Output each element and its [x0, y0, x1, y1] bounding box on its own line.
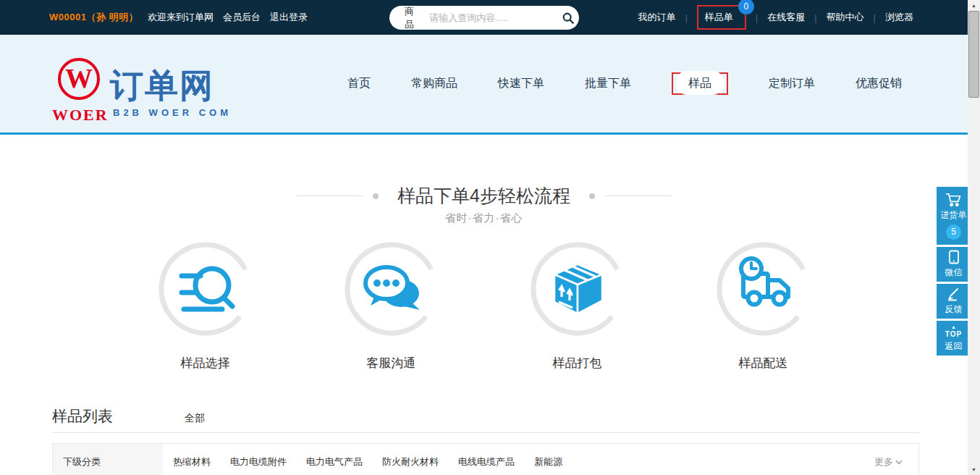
- site-name[interactable]: 订单网: [110, 64, 214, 109]
- nav-item-promotions[interactable]: 优惠促销: [856, 76, 902, 91]
- category-links: 热缩材料 电力电缆附件 电力电气产品 防火耐火材料 电线电缆产品 新能源: [163, 444, 562, 475]
- nav-item-quick-order[interactable]: 快速下单: [498, 76, 544, 91]
- browser-link[interactable]: 浏览器: [885, 11, 913, 24]
- step-label: 样品选择: [181, 355, 230, 371]
- package-box-icon: [531, 242, 625, 336]
- help-center-link[interactable]: 帮助中心: [827, 11, 864, 24]
- back-to-top-button[interactable]: ▲ TOP 返回: [937, 321, 971, 356]
- member-center-link[interactable]: 会员后台: [223, 11, 261, 24]
- search-input[interactable]: [429, 12, 557, 23]
- search-list-icon: [159, 242, 253, 336]
- feedback-button[interactable]: 反馈: [937, 284, 971, 319]
- topbar-links: 我的订单 | 样品单 0 | 在线客服 | 帮助中心 | 浏览器: [638, 0, 913, 35]
- pencil-icon: [947, 287, 961, 301]
- step-sample-packing[interactable]: 样品打包: [484, 242, 670, 371]
- category-wire-cable-products[interactable]: 电线电缆产品: [458, 455, 515, 475]
- purchase-list-badge: 5: [946, 224, 961, 240]
- my-orders-link[interactable]: 我的订单: [638, 11, 675, 24]
- scrollbar-down-icon[interactable]: ▼: [968, 464, 980, 475]
- separator: |: [756, 12, 758, 23]
- search-bar: 商品: [389, 6, 579, 30]
- logo-brand-text: WOER: [52, 106, 106, 125]
- site-tagline: B2B WOER COM: [113, 107, 232, 118]
- side-toolbar: 进货单 5 微信 反馈 ▲ TOP 返回: [937, 187, 971, 358]
- category-new-energy[interactable]: 新能源: [534, 455, 562, 475]
- decorative-line: [296, 196, 363, 196]
- step-sample-delivery[interactable]: 样品配送: [670, 242, 856, 371]
- sample-order-badge: 0: [738, 0, 754, 14]
- separator: |: [814, 12, 816, 23]
- annotation-red-box: 样品: [672, 72, 728, 95]
- filter-label: 下级分类: [53, 444, 163, 475]
- scrollbar-up-icon[interactable]: ▲: [968, 0, 980, 11]
- separator: |: [874, 12, 876, 23]
- nav-item-custom-order[interactable]: 定制订单: [769, 76, 815, 91]
- nav-item-samples-active[interactable]: 样品: [675, 71, 725, 95]
- step-sample-selection[interactable]: 样品选择: [112, 242, 298, 371]
- sample-order-label: 样品单: [705, 12, 733, 22]
- up-arrow-icon: ▲: [951, 324, 956, 329]
- wechat-button[interactable]: 微信: [937, 247, 971, 282]
- feedback-label: 反馈: [945, 303, 963, 316]
- step-label: 样品打包: [553, 355, 602, 371]
- site-header: W WOER 订单网 B2B WOER COM 首页 常购商品 快速下单 批量下…: [0, 35, 980, 135]
- process-subtitle: 省时·省力·省心: [0, 211, 968, 225]
- topbar: W00001（孙 明明） 欢迎来到订单网 会员后台 退出登录 商品 我的订单 |…: [0, 0, 980, 35]
- top-text: TOP: [945, 331, 962, 338]
- logout-link[interactable]: 退出登录: [270, 11, 308, 24]
- cart-icon: [945, 193, 962, 207]
- online-service-link[interactable]: 在线客服: [767, 11, 805, 24]
- search-category-dropdown[interactable]: 商品: [405, 5, 418, 31]
- welcome-text: 欢迎来到订单网: [148, 11, 214, 24]
- decorative-dot: [589, 193, 595, 199]
- process-title: 样品下单4步轻松流程: [397, 184, 570, 208]
- woer-logo-icon[interactable]: W: [58, 58, 100, 100]
- decorative-line: [605, 196, 672, 196]
- topbar-user-area: W00001（孙 明明） 欢迎来到订单网 会员后台 退出登录: [49, 0, 308, 35]
- scrollbar[interactable]: ▲ ▼: [968, 0, 980, 475]
- sample-list-title: 样品列表: [52, 406, 113, 426]
- category-filter-row: 下级分类 热缩材料 电力电缆附件 电力电气产品 防火耐火材料 电线电缆产品 新能…: [52, 443, 919, 475]
- scrollbar-thumb[interactable]: [968, 11, 979, 98]
- process-steps: 样品选择 客服沟通: [112, 242, 856, 371]
- process-title-row: 样品下单4步轻松流程: [0, 184, 968, 208]
- category-power-cable-accessories[interactable]: 电力电缆附件: [230, 455, 287, 475]
- user-id: W00001（孙 明明）: [49, 11, 138, 24]
- divider: [52, 432, 919, 433]
- nav-item-bulk-order[interactable]: 批量下单: [585, 76, 631, 91]
- step-label: 客服沟通: [367, 355, 416, 371]
- separator: |: [685, 12, 687, 23]
- wechat-label: 微信: [945, 266, 963, 279]
- tab-all[interactable]: 全部: [185, 412, 205, 425]
- step-label: 样品配送: [739, 355, 788, 371]
- chat-bubbles-icon: [345, 242, 439, 336]
- purchase-list-label: 进货单: [941, 209, 967, 222]
- back-label: 返回: [945, 340, 963, 353]
- nav-item-home[interactable]: 首页: [347, 76, 371, 91]
- delivery-truck-icon: [717, 242, 811, 336]
- nav-item-frequent-goods[interactable]: 常购商品: [411, 76, 457, 91]
- category-heat-shrink[interactable]: 热缩材料: [173, 455, 211, 475]
- category-fireproof-materials[interactable]: 防火耐火材料: [382, 455, 439, 475]
- main-nav: 首页 常购商品 快速下单 批量下单 样品 定制订单 优惠促销: [347, 35, 902, 133]
- more-label: 更多: [874, 455, 893, 468]
- search-icon[interactable]: [557, 6, 579, 30]
- category-power-electric-products[interactable]: 电力电气产品: [306, 455, 363, 475]
- chevron-down-icon: [895, 460, 903, 465]
- mobile-phone-icon: [948, 250, 960, 264]
- step-customer-service[interactable]: 客服沟通: [298, 242, 484, 371]
- decorative-dot: [373, 193, 379, 199]
- logo-letter: W: [65, 64, 93, 92]
- sample-order-link[interactable]: 样品单 0: [697, 5, 746, 30]
- more-button[interactable]: 更多: [874, 455, 903, 468]
- purchase-list-button[interactable]: 进货单 5: [937, 187, 971, 245]
